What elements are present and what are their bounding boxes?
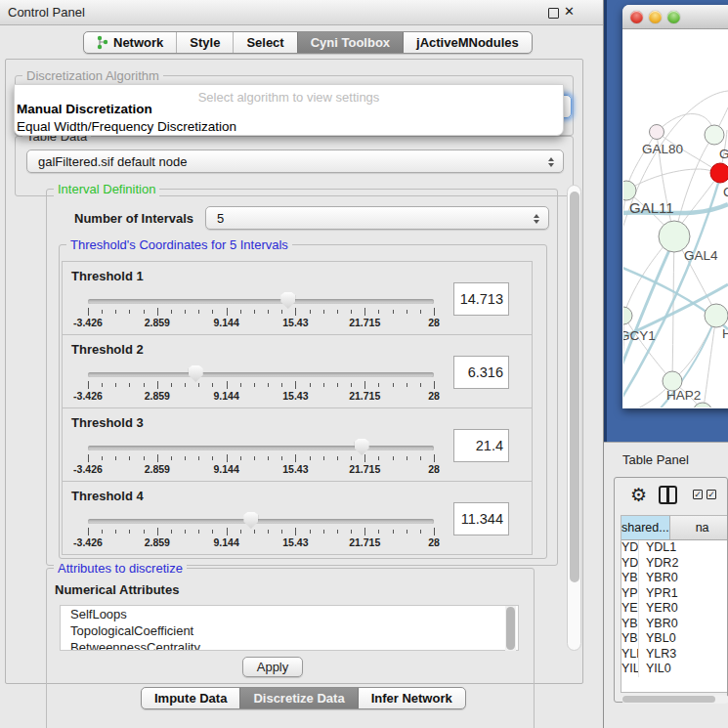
combo-stepper-icon: [546, 153, 556, 170]
tab-select[interactable]: Select: [233, 32, 296, 53]
slider-tick-labels: -3.4262.8599.14415.4321.71528: [88, 536, 434, 549]
attribute-list-item[interactable]: TopologicalCoefficient: [61, 622, 518, 639]
tab-network[interactable]: Network: [84, 32, 176, 53]
network-node[interactable]: [650, 125, 664, 140]
table-cell: YLR3: [639, 647, 727, 663]
apply-button[interactable]: Apply: [242, 657, 303, 677]
tab-label: Discretize Data: [253, 691, 344, 706]
tab-jactivemnodules[interactable]: jActiveMNodules: [403, 32, 532, 53]
threshold-slider-thumb[interactable]: [355, 439, 369, 455]
node-attribute-table: shared...na YDL19...YDL1YDR27...YDR2YBR0…: [621, 515, 727, 693]
control-panel: Control Panel ✕ NetworkStyleSelectCyni T…: [0, 0, 604, 728]
cyni-toolbox-content: Discretization Algorithm Table Data galF…: [5, 59, 583, 684]
threshold-slider-track[interactable]: [88, 299, 434, 304]
float-window-icon[interactable]: [548, 8, 559, 19]
table-row[interactable]: YPR145WYPR1: [621, 586, 727, 602]
table-card: ⚙ ✓ ✓ shared...na YDL19...YDL1YDR27...YD…: [614, 477, 728, 703]
checkbox-icon[interactable]: ✓: [693, 490, 703, 499]
table-header-row: shared...na: [621, 516, 727, 540]
network-edge: [623, 191, 626, 308]
table-row[interactable]: YLR345WYLR3: [621, 647, 727, 663]
tab-impute-data[interactable]: Impute Data: [142, 688, 239, 708]
close-traffic-light-icon[interactable]: [630, 11, 643, 23]
number-of-intervals-label: Number of Intervals: [74, 211, 193, 226]
tab-style[interactable]: Style: [176, 32, 233, 53]
algorithm-option-equal-width[interactable]: Equal Width/Frequency Discretization: [17, 119, 236, 134]
threshold-value-field[interactable]: 6.316: [453, 356, 509, 389]
threshold-label: Threshold 2: [71, 342, 144, 357]
table-body: YDL19...YDL1YDR27...YDR2YBR043CYBR0YPR14…: [621, 540, 727, 677]
table-cell: YDR2: [639, 556, 727, 572]
attribute-list-item[interactable]: BetweennessCentrality: [61, 639, 518, 651]
table-column-header[interactable]: na: [670, 516, 727, 539]
number-of-intervals-combobox[interactable]: 5: [205, 206, 549, 230]
network-node-label: HAP2: [666, 388, 701, 403]
table-row[interactable]: YDL19...YDL1: [621, 540, 727, 556]
algorithm-option-manual[interactable]: Manual Discretization: [17, 102, 152, 116]
threshold-slider-thumb[interactable]: [243, 512, 258, 529]
network-node[interactable]: [623, 307, 632, 324]
attribute-list-item[interactable]: SelfLoops: [61, 606, 518, 622]
table-row[interactable]: YBL079WYBL0: [621, 631, 727, 647]
threshold-slider-thumb[interactable]: [189, 365, 203, 382]
slider-ticks: [88, 308, 434, 317]
table-horizontal-scrollbar[interactable]: [621, 695, 728, 704]
tab-label: Impute Data: [154, 691, 227, 706]
table-row[interactable]: YDR27...YDR2: [621, 556, 727, 572]
tab-infer-network[interactable]: Infer Network: [358, 688, 465, 708]
network-node[interactable]: [710, 163, 728, 183]
threshold-value-field[interactable]: 21.4: [453, 429, 509, 462]
network-node-label: GAL11: [629, 199, 674, 216]
threshold-slider-track[interactable]: [88, 519, 434, 524]
network-graph: GAL80GACGAL11GAL4GCY1HHAP2: [623, 30, 728, 407]
table-row[interactable]: YBR043CYBR0: [621, 571, 727, 586]
tab-label: Network: [113, 35, 163, 50]
table-cell: YBL079W: [621, 631, 639, 647]
column-split-icon[interactable]: [659, 486, 677, 504]
minimize-traffic-light-icon[interactable]: [649, 11, 662, 23]
network-node-label: GA: [719, 147, 728, 161]
table-cell: YDL19...: [621, 540, 639, 556]
close-icon[interactable]: ✕: [564, 4, 575, 19]
slider-ticks: [88, 454, 434, 463]
numerical-attributes-list[interactable]: SelfLoopsTopologicalCoefficientBetweenne…: [60, 605, 519, 651]
attributes-list-scrollbar[interactable]: [505, 606, 516, 651]
tab-label: Cyni Toolbox: [311, 35, 390, 50]
threshold-value-field[interactable]: 14.713: [453, 282, 509, 316]
network-edge: [672, 236, 674, 381]
threshold-slider-thumb[interactable]: [280, 292, 295, 309]
panel-scrollbar[interactable]: [567, 185, 581, 651]
table-row[interactable]: YIL052CYIL0: [621, 662, 727, 677]
tab-cyni-toolbox[interactable]: Cyni Toolbox: [297, 32, 403, 53]
checkbox-icon[interactable]: ✓: [707, 490, 716, 499]
threshold-slider-track[interactable]: [88, 446, 434, 450]
threshold-rows: Threshold 1-3.4262.8599.14415.4321.71528…: [62, 261, 533, 555]
threshold-label: Threshold 1: [71, 269, 144, 283]
table-row[interactable]: YBR045CYBR0: [621, 617, 727, 632]
app-root: Control Panel ✕ NetworkStyleSelectCyni T…: [0, 0, 728, 728]
network-edge: [623, 91, 728, 298]
table-cell: YBR045C: [621, 617, 639, 632]
threshold-value-field[interactable]: 11.344: [453, 502, 509, 535]
slider-ticks: [88, 381, 434, 390]
threshold-row: Threshold 2-3.4262.8599.14415.4321.71528…: [63, 335, 532, 408]
threshold-row: Threshold 1-3.4262.8599.14415.4321.71528…: [63, 262, 532, 335]
threshold-row: Threshold 4-3.4262.8599.14415.4321.71528…: [63, 482, 532, 555]
table-data-combobox[interactable]: galFiltered.sif default node: [26, 150, 564, 173]
table-column-header[interactable]: shared...: [621, 516, 670, 539]
network-edge: [623, 245, 664, 316]
network-node[interactable]: [705, 304, 728, 327]
network-canvas[interactable]: GAL80GACGAL11GAL4GCY1HHAP2: [623, 30, 728, 407]
zoom-traffic-light-icon[interactable]: [667, 11, 680, 23]
threshold-slider-track[interactable]: [88, 372, 434, 377]
network-node[interactable]: [705, 125, 724, 145]
interval-definition-title: Interval Definition: [54, 182, 159, 196]
tab-discretize-data[interactable]: Discretize Data: [239, 688, 357, 708]
table-row[interactable]: YER054CYER0: [621, 601, 727, 617]
threshold-row: Threshold 3-3.4262.8599.14415.4321.71528…: [63, 408, 532, 482]
network-desktop: GAL80GACGAL11GAL4GCY1HHAP2: [604, 0, 728, 442]
network-edge: [623, 388, 666, 407]
gear-icon[interactable]: ⚙: [630, 484, 647, 506]
table-panel: Table Panel ⚙ ✓ ✓ shared...na YDL19...YD…: [604, 442, 728, 728]
table-cell: YPR1: [639, 586, 727, 602]
